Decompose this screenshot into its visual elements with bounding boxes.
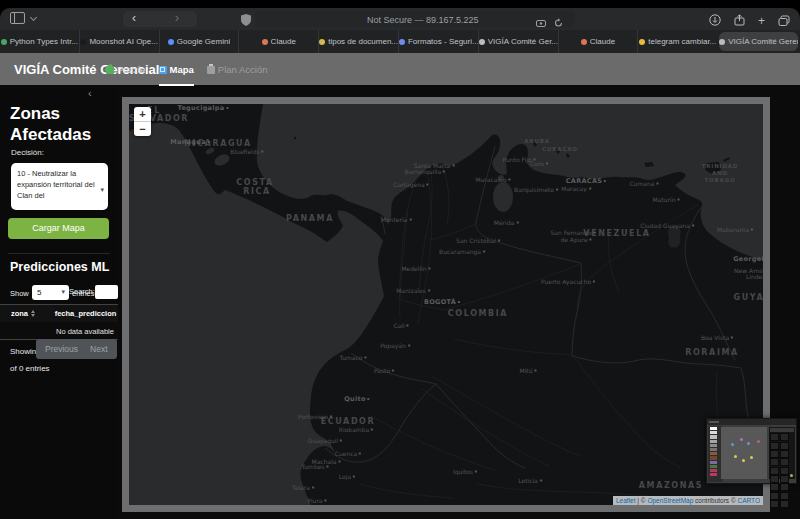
color-swatch[interactable]	[710, 461, 717, 464]
browser-tab[interactable]: Python Types Intr...	[0, 30, 79, 53]
color-swatch[interactable]	[710, 427, 717, 430]
map-label-island: AND	[712, 170, 728, 176]
map-label-city: Bucaramanga	[439, 248, 485, 255]
sidebar: ‹ Zonas Afectadas Decisión: 10 - Neutral…	[0, 85, 118, 519]
next-button[interactable]: Next	[90, 344, 107, 354]
browser-tab[interactable]: tipos de documen...	[318, 30, 398, 53]
mini-style-panel[interactable]	[706, 418, 797, 484]
map-label-city: Popayán	[380, 342, 410, 349]
nav-item-puzzle[interactable]: Puzzle	[106, 53, 146, 86]
puzzle-icon	[106, 66, 114, 74]
empty-text: No data available	[56, 327, 114, 336]
map-label-city: Boa Vista	[701, 334, 733, 341]
browser-tab[interactable]: Claude	[238, 30, 318, 53]
tab-overview-icon[interactable]	[778, 12, 790, 30]
zoom-out-button[interactable]: −	[134, 122, 151, 136]
map-label-island: CURAÇAO	[542, 146, 578, 152]
data-point-dot	[740, 438, 743, 441]
map-canvas[interactable]: ELSALVADORNICARAGUACOSTARICAPANAMAVENEZU…	[129, 104, 763, 505]
decision-label: Decisión:	[11, 148, 44, 157]
map-label-city: Mérida	[494, 219, 519, 226]
browser-tab[interactable]: Claude	[558, 30, 638, 53]
tab-label: Moonshot AI Ope...	[89, 37, 157, 46]
sort-icon	[31, 310, 35, 317]
data-point-dot	[757, 440, 760, 443]
new-tab-icon[interactable]: +	[758, 16, 765, 26]
grid-cell	[770, 483, 779, 491]
map-label-country: RICA	[243, 187, 271, 196]
share-icon[interactable]	[734, 12, 745, 30]
address-bar[interactable]: Not Secure — 89.167.5.225	[255, 11, 575, 27]
color-swatch[interactable]	[710, 456, 717, 459]
downloads-icon[interactable]	[709, 12, 721, 30]
map-label-country: COSTA	[236, 178, 273, 187]
map-label-capital: Tegucigalpa	[178, 104, 229, 112]
color-swatch[interactable]	[710, 440, 717, 443]
mini-panel-grid-cells	[769, 433, 795, 508]
tab-favicon	[262, 39, 268, 45]
carto-link[interactable]: CARTO	[737, 497, 760, 504]
color-swatch[interactable]	[710, 431, 717, 434]
tab-label: Claude	[271, 37, 296, 46]
map-label-island: TRINIDAD	[702, 163, 738, 169]
tab-favicon	[399, 39, 405, 45]
browser-tab[interactable]: VIGÍA Comité Geren...	[719, 32, 798, 51]
grid-cell	[780, 475, 789, 483]
browser-tab[interactable]: Google Gemini	[159, 30, 239, 53]
search-input[interactable]	[95, 285, 118, 299]
osm-link[interactable]: OpenStreetMap	[647, 497, 693, 504]
sidebar-title: Zonas Afectadas	[10, 103, 110, 145]
nav-item-plan-acción[interactable]: Plan Acción	[207, 53, 268, 86]
color-swatch[interactable]	[710, 444, 717, 447]
grid-cell	[780, 500, 789, 508]
back-button[interactable]: ‹	[132, 11, 136, 26]
browser-tab[interactable]: telegram cambiar...	[637, 30, 717, 53]
color-swatch[interactable]	[710, 448, 717, 451]
page-size-select[interactable]: 5 ▾	[32, 285, 69, 300]
grid-cell	[780, 467, 789, 475]
decision-select[interactable]: 10 - Neutralizar la expansión territoria…	[11, 163, 108, 210]
column-header-fecha[interactable]: fecha_prediccion	[46, 305, 118, 322]
nav-item-label: Mapa	[170, 64, 194, 75]
tab-favicon	[1, 39, 7, 45]
previous-button[interactable]: Previous	[45, 344, 78, 354]
chart-icon	[159, 66, 167, 74]
grid-cell	[770, 500, 779, 508]
leaflet-link[interactable]: Leaflet	[616, 497, 636, 504]
map-label-city: Coro	[530, 160, 548, 167]
select-caret-icon: ▾	[61, 288, 65, 296]
map-label-city: Leticia	[518, 477, 542, 484]
grid-cell	[770, 467, 779, 475]
grid-cell	[780, 450, 789, 458]
map-label-city: San Cristóbal	[456, 237, 500, 244]
tab-favicon	[639, 39, 645, 45]
zoom-in-button[interactable]: +	[134, 107, 151, 122]
shield-icon[interactable]	[241, 12, 251, 30]
color-swatch[interactable]	[710, 469, 717, 472]
map-label-city: Ciudad Guayana	[640, 222, 694, 229]
browser-tab[interactable]: Formatos - Seguri...	[398, 30, 478, 53]
data-point-dot	[734, 455, 737, 458]
map-label-city: Medellín	[401, 265, 430, 272]
grid-cell	[780, 492, 789, 500]
map-label-country: COLOMBIA	[448, 309, 508, 318]
collapse-sidebar-icon[interactable]: ‹	[88, 87, 92, 99]
color-swatch[interactable]	[710, 452, 717, 455]
load-map-button[interactable]: Cargar Mapa	[8, 218, 109, 239]
mini-panel-canvas	[721, 427, 767, 479]
history-nav: ‹ ›	[123, 11, 197, 27]
search-label: Search:	[69, 287, 95, 296]
browser-tab[interactable]: VIGÍA Comité Ger...	[478, 30, 558, 53]
chevron-down-icon[interactable]	[30, 13, 37, 20]
forward-button[interactable]: ›	[175, 11, 179, 26]
color-swatch[interactable]	[710, 435, 717, 438]
map-label-city: Iquitos	[453, 468, 477, 475]
nav-item-mapa[interactable]: Mapa	[159, 53, 194, 86]
column-header-zona[interactable]: zona	[0, 305, 46, 322]
color-swatch[interactable]	[710, 465, 717, 468]
browser-tab[interactable]: Moonshot AI Ope...	[79, 30, 159, 53]
map-label-capital: Managua	[170, 138, 210, 146]
sidebar-toggle-icon[interactable]	[10, 12, 25, 24]
nav-item-label: Plan Acción	[218, 64, 268, 75]
color-swatch[interactable]	[710, 473, 717, 476]
